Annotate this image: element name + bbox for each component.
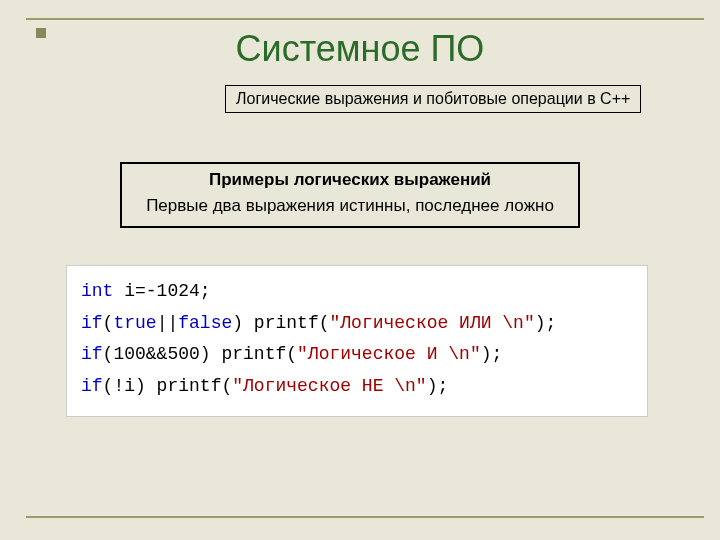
example-heading: Примеры логических выражений bbox=[134, 170, 566, 190]
example-box: Примеры логических выражений Первые два … bbox=[120, 162, 580, 228]
code-line-4: if(!i) printf("Логическое НЕ \n"); bbox=[81, 371, 637, 403]
subtitle-box: Логические выражения и побитовые операци… bbox=[225, 85, 641, 113]
example-note: Первые два выражения истинны, последнее … bbox=[134, 196, 566, 216]
slide-title: Системное ПО bbox=[0, 28, 720, 70]
code-line-1: int i=-1024; bbox=[81, 276, 637, 308]
code-line-2: if(true||false) printf("Логическое ИЛИ \… bbox=[81, 308, 637, 340]
code-snippet: int i=-1024; if(true||false) printf("Лог… bbox=[66, 265, 648, 417]
subtitle-text: Логические выражения и побитовые операци… bbox=[236, 90, 630, 107]
bottom-divider bbox=[26, 516, 704, 518]
code-line-3: if(100&&500) printf("Логическое И \n"); bbox=[81, 339, 637, 371]
top-divider bbox=[26, 18, 704, 20]
